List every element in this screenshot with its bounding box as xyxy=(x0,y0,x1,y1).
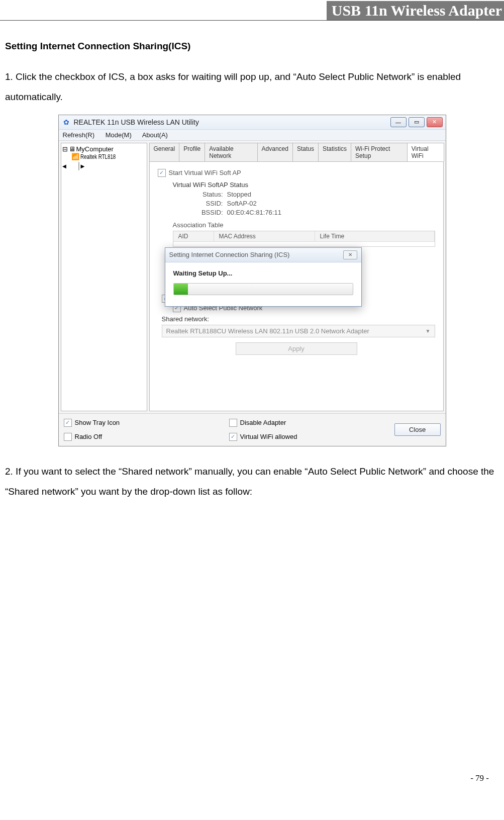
scroll-right-icon[interactable]: ► xyxy=(79,162,86,170)
association-table-group: Association Table AID MAC Address Life T… xyxy=(173,221,435,247)
tab-available-network[interactable]: Available Network xyxy=(205,143,257,161)
virtual-allowed-label: Virtual WiFi allowed xyxy=(240,433,297,440)
tab-content: ✓ Start Virtual WiFi Soft AP Virtual WiF… xyxy=(149,161,444,411)
ssid-value: SoftAP-02 xyxy=(227,200,257,207)
computer-icon: 🖥 xyxy=(69,145,75,153)
tab-virtual-wifi[interactable]: Virtual WiFi xyxy=(407,143,444,161)
virtual-allowed-checkbox[interactable]: ✓ xyxy=(229,433,237,441)
menubar: Refresh(R) Mode(M) About(A) xyxy=(59,130,446,141)
bottom-bar: ✓ Show Tray Icon Radio Off Disable Adapt… xyxy=(59,413,446,446)
radio-off-checkbox[interactable] xyxy=(64,433,72,441)
tree-child-label: Realtek RTL818 xyxy=(80,153,116,160)
close-app-button[interactable]: Close xyxy=(394,423,441,436)
start-ap-label: Start Virtual WiFi Soft AP xyxy=(169,169,241,176)
tab-statistics[interactable]: Statistics xyxy=(318,143,351,161)
tree-root-label: MyComputer xyxy=(76,145,114,153)
close-button[interactable]: ✕ xyxy=(427,117,443,127)
paragraph-2: 2. If you want to select the “Shared net… xyxy=(5,462,499,502)
radio-off-label: Radio Off xyxy=(75,433,103,440)
tree-minus-icon: ⊟ xyxy=(62,145,68,153)
start-ap-checkbox[interactable]: ✓ xyxy=(158,169,166,177)
shared-network-label: Shared network: xyxy=(162,315,435,323)
scroll-left-icon[interactable]: ◄ xyxy=(61,162,68,170)
col-aid: AID xyxy=(173,231,214,241)
tree-child[interactable]: 📶 Realtek RTL818 xyxy=(71,153,146,160)
tree-scrollbar[interactable]: ◄ ► xyxy=(61,162,147,170)
status-label: Status: xyxy=(193,191,223,198)
show-tray-label: Show Tray Icon xyxy=(75,419,120,426)
tab-advanced[interactable]: Advanced xyxy=(257,143,293,161)
dialog-message: Waiting Setup Up... xyxy=(173,269,353,277)
device-tree-panel: ⊟ 🖥 MyComputer 📶 Realtek RTL818 ◄ ► xyxy=(61,143,147,411)
disable-adapter-checkbox[interactable] xyxy=(229,419,237,427)
status-value: Stopped xyxy=(227,191,251,198)
tree-root[interactable]: ⊟ 🖥 MyComputer xyxy=(62,145,146,153)
col-mac: MAC Address xyxy=(214,231,315,241)
tab-general[interactable]: General xyxy=(149,143,180,161)
maximize-button[interactable]: ▭ xyxy=(409,117,425,127)
menu-refresh[interactable]: Refresh(R) xyxy=(63,131,95,139)
softap-status-group: Virtual WiFi SoftAP Status Status: Stopp… xyxy=(173,181,435,216)
col-lifetime: Life Time xyxy=(315,231,435,241)
menu-mode[interactable]: Mode(M) xyxy=(106,131,132,139)
window-titlebar: ✿ REALTEK 11n USB Wireless LAN Utility ―… xyxy=(59,115,446,130)
dialog-close-button[interactable]: ✕ xyxy=(343,250,357,259)
softap-status-title: Virtual WiFi SoftAP Status xyxy=(173,181,435,189)
screenshot-window: ✿ REALTEK 11n USB Wireless LAN Utility ―… xyxy=(58,115,446,446)
disable-adapter-label: Disable Adapter xyxy=(240,419,286,426)
tab-profile[interactable]: Profile xyxy=(179,143,205,161)
paragraph-1: 1. Click the checkbox of ICS, a box asks… xyxy=(5,67,499,107)
tab-status[interactable]: Status xyxy=(292,143,319,161)
ics-dialog: Setting Internet Connection Sharing (ICS… xyxy=(165,247,362,307)
dialog-title: Setting Internet Connection Sharing (ICS… xyxy=(169,251,290,258)
app-icon: ✿ xyxy=(62,118,71,127)
tab-strip: General Profile Available Network Advanc… xyxy=(149,143,444,161)
association-table: AID MAC Address Life Time xyxy=(173,231,435,247)
menu-about[interactable]: About(A) xyxy=(142,131,168,139)
bssid-value: 00:E0:4C:81:76:11 xyxy=(227,209,281,216)
association-title: Association Table xyxy=(173,221,435,229)
shared-network-dropdown[interactable]: Realtek RTL8188CU Wireless LAN 802.11n U… xyxy=(162,325,435,337)
window-title: REALTEK 11n USB Wireless LAN Utility xyxy=(74,118,390,126)
doc-header: USB 11n Wireless Adapter xyxy=(0,0,504,21)
ssid-label: SSID: xyxy=(193,200,223,207)
bssid-label: BSSID: xyxy=(193,209,223,216)
shared-network-value: Realtek RTL8188CU Wireless LAN 802.11n U… xyxy=(166,327,369,335)
progress-fill xyxy=(174,284,188,295)
page-number: - 79 - xyxy=(0,773,504,783)
chevron-down-icon: ▼ xyxy=(426,328,431,334)
progress-bar xyxy=(173,283,353,295)
adapter-icon: 📶 xyxy=(71,153,79,160)
show-tray-checkbox[interactable]: ✓ xyxy=(64,419,72,427)
product-name: USB 11n Wireless Adapter xyxy=(327,1,504,20)
apply-button[interactable]: Apply xyxy=(236,342,357,355)
tab-wifi-protect[interactable]: Wi-Fi Protect Setup xyxy=(351,143,408,161)
minimize-button[interactable]: ― xyxy=(390,117,407,127)
section-heading: Setting Internet Connection Sharing(ICS) xyxy=(5,41,499,52)
